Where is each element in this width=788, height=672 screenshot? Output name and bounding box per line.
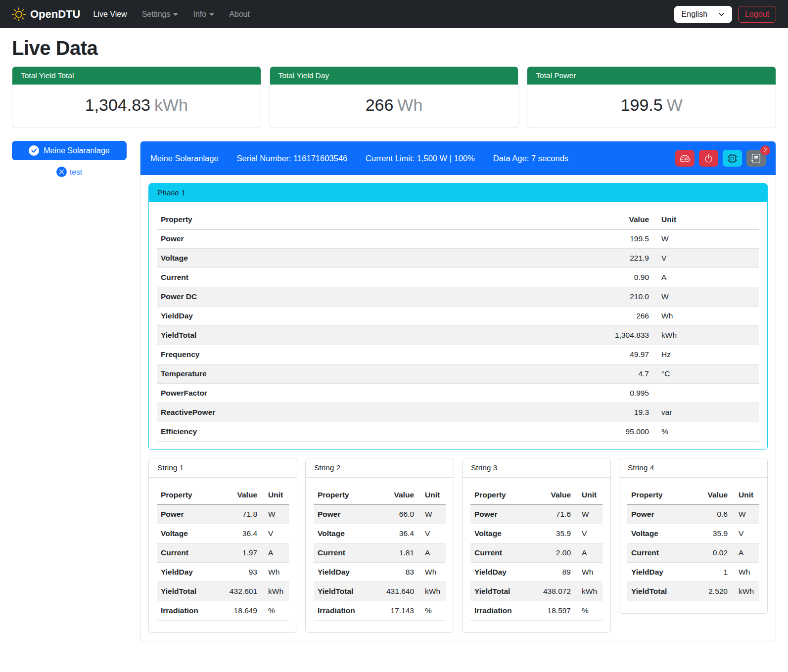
column-unit: Unit <box>732 486 759 505</box>
column-unit: Unit <box>261 486 289 505</box>
property-cell: YieldTotal <box>157 582 215 601</box>
table-row: Voltage 35.9 V <box>627 524 759 543</box>
string-3-table: Property Value Unit Power <box>470 486 603 621</box>
property-cell: YieldTotal <box>157 326 589 345</box>
string-2-title: String 2 <box>306 458 454 478</box>
table-row: Voltage 36.4 V <box>157 524 289 543</box>
device-info-button[interactable] <box>723 150 742 167</box>
inverter-sidebar: Meine Solaranlage test <box>12 141 127 177</box>
nav-item-live-view[interactable]: Live View <box>93 10 127 19</box>
table-row: YieldDay 83 Wh <box>314 563 446 582</box>
string-3-title: String 3 <box>463 458 610 478</box>
table-row: Frequency 49.97 Hz <box>157 345 759 364</box>
chevron-down-icon <box>173 13 178 16</box>
card-value: 1,304.83 <box>85 95 150 114</box>
table-row: YieldDay 1 Wh <box>627 563 759 582</box>
value-cell: 438.072 <box>529 582 575 601</box>
unit-cell: % <box>261 601 289 621</box>
inverter-select-button[interactable]: Meine Solaranlage <box>12 141 127 160</box>
table-row: ReactivePower 19.3 var <box>157 403 759 422</box>
string-1-table: Property Value Unit Power <box>157 486 289 621</box>
table-row: Voltage 35.9 V <box>470 524 603 543</box>
value-cell: 36.4 <box>215 524 261 543</box>
table-row: YieldTotal 432.601 kWh <box>157 582 289 601</box>
unit-cell: A <box>418 543 446 563</box>
unit-cell: W <box>732 505 759 524</box>
table-row: Voltage 221.9 V <box>157 249 759 268</box>
value-cell: 71.8 <box>215 505 261 524</box>
power-icon <box>704 154 713 163</box>
property-cell: Current <box>314 543 372 563</box>
unit-cell: W <box>575 505 603 524</box>
unit-cell: Wh <box>261 563 289 582</box>
property-cell: Power <box>470 505 529 524</box>
total-power-card: Total Power 199.5W <box>527 66 776 128</box>
card-unit: kWh <box>154 95 188 114</box>
value-cell: 4.7 <box>589 364 653 384</box>
property-cell: Power <box>314 505 372 524</box>
card-value: 266 <box>366 95 394 114</box>
language-select-value: English <box>682 10 707 19</box>
value-cell: 36.4 <box>372 524 418 543</box>
unit-cell: % <box>575 601 603 621</box>
unit-cell: V <box>261 524 289 543</box>
inverter-actions: 2 <box>675 150 766 167</box>
brand[interactable]: OpenDTU <box>12 7 80 21</box>
unit-cell: kWh <box>732 582 759 601</box>
unit-cell: A <box>575 543 603 563</box>
property-cell: YieldDay <box>157 563 215 582</box>
table-row: Power 199.5 W <box>157 229 759 249</box>
unit-cell: °C <box>653 364 759 384</box>
unit-cell: Hz <box>653 345 759 364</box>
event-count-badge: 2 <box>760 145 770 155</box>
inverter-data-age: Data Age: 7 seconds <box>493 154 568 163</box>
table-header-row: Property Value Unit <box>157 210 759 229</box>
property-cell: Current <box>157 268 589 287</box>
nav-item-settings[interactable]: Settings <box>142 10 179 19</box>
value-cell: 1 <box>691 563 732 582</box>
nav-item-info[interactable]: Info <box>193 10 214 19</box>
main-content: Live Data Total Yield Total 1,304.83kWh … <box>0 37 788 653</box>
logout-button[interactable]: Logout <box>738 6 776 23</box>
x-circle-icon[interactable] <box>56 167 67 177</box>
property-cell: Current <box>627 543 691 563</box>
brand-label: OpenDTU <box>30 8 80 21</box>
string-1-card: String 1 Property Value Unit <box>148 458 297 633</box>
table-row: YieldTotal 431.640 kWh <box>314 582 446 601</box>
value-cell: 17.143 <box>372 601 418 621</box>
property-cell: Power <box>157 505 215 524</box>
column-value: Value <box>215 486 261 505</box>
property-cell: Irradiation <box>314 601 372 621</box>
table-row: YieldDay 266 Wh <box>157 307 759 326</box>
property-cell: Efficiency <box>157 422 589 442</box>
unit-cell: kWh <box>575 582 603 601</box>
unit-cell: V <box>418 524 446 543</box>
column-value: Value <box>589 210 653 229</box>
string-1-title: String 1 <box>149 458 297 478</box>
card-value-row: 1,304.83kWh <box>12 85 261 128</box>
property-cell: ReactivePower <box>157 403 589 422</box>
unit-cell: kWh <box>261 582 289 601</box>
unit-cell: W <box>261 505 289 524</box>
property-cell: Temperature <box>157 364 589 384</box>
page-title: Live Data <box>12 37 776 59</box>
power-toggle-button[interactable] <box>699 150 718 167</box>
language-select[interactable]: English <box>674 6 732 23</box>
table-row: PowerFactor 0.995 <box>157 384 759 403</box>
property-cell: Power <box>627 505 691 524</box>
value-cell: 1.97 <box>215 543 261 563</box>
event-log-button[interactable]: 2 <box>746 150 766 167</box>
property-cell: YieldTotal <box>314 582 372 601</box>
card-value: 199.5 <box>621 95 663 114</box>
value-cell: 0.995 <box>589 384 653 403</box>
table-row: Current 2.00 A <box>470 543 603 563</box>
inverter-link-test[interactable]: test <box>70 168 82 177</box>
unit-cell: kWh <box>418 582 446 601</box>
limit-settings-button[interactable] <box>675 150 695 167</box>
value-cell: 266 <box>589 307 653 326</box>
nav-item-about[interactable]: About <box>229 10 250 19</box>
total-yield-day-card: Total Yield Day 266Wh <box>270 66 519 128</box>
speedometer-icon <box>680 154 690 163</box>
property-cell: Current <box>470 543 529 563</box>
phase-1-table: Property Value Unit Power <box>157 210 759 442</box>
